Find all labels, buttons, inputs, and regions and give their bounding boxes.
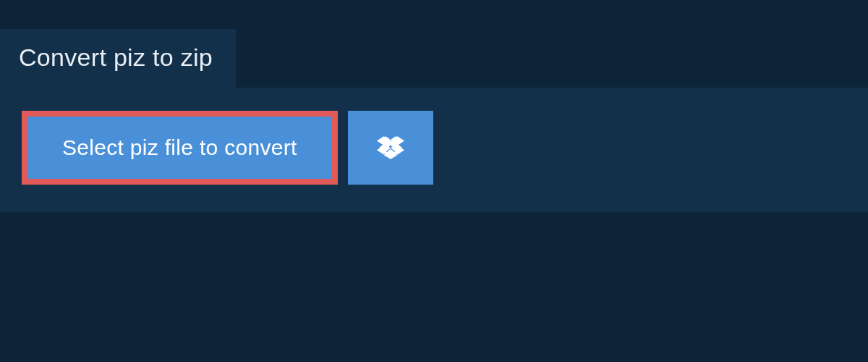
page-title: Convert piz to zip <box>19 43 213 72</box>
dropbox-icon <box>377 134 404 161</box>
select-file-button[interactable]: Select piz file to convert <box>22 111 338 185</box>
button-row: Select piz file to convert <box>22 111 846 185</box>
upload-panel: Select piz file to convert <box>0 88 868 212</box>
tab-header: Convert piz to zip <box>0 29 236 88</box>
select-file-button-label: Select piz file to convert <box>62 135 297 160</box>
dropbox-button[interactable] <box>348 111 433 185</box>
